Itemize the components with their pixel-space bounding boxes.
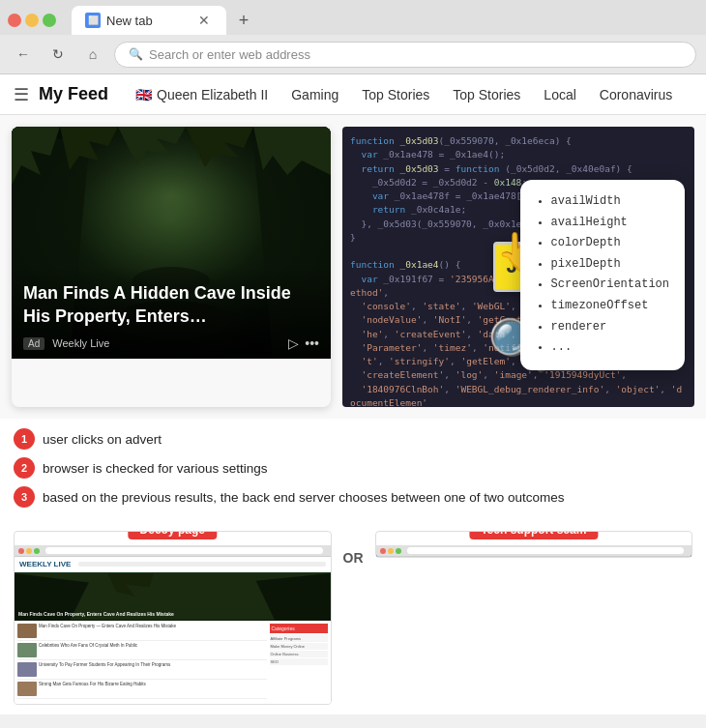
nav-item-label: Gaming: [291, 87, 338, 102]
mini-close: [18, 548, 24, 554]
new-tab-btn[interactable]: +: [230, 7, 257, 34]
mini-max: [34, 548, 40, 554]
main-content: Man Finds A Hidden Cave Inside His Prope…: [0, 115, 706, 714]
popup-item: renderer: [551, 317, 669, 338]
decoy-nav-bar: [78, 562, 325, 567]
tab-favicon: ⬜: [85, 13, 101, 28]
decoy-sidebar-item-1: Affiliate Programs: [270, 635, 328, 642]
step2-num: 2: [14, 457, 35, 479]
hamburger-menu-btn[interactable]: ☰: [14, 84, 29, 105]
nav-item-topstories[interactable]: Top Stories: [441, 74, 532, 115]
decoy-screenshot: WEEKLY LIVE Man Finds Cave On Property, …: [15, 545, 331, 704]
decoy-item-img-4: [17, 682, 37, 696]
mini-url-bar: [45, 547, 323, 554]
ad-overlay: Man Finds A Hidden Cave Inside His Prope…: [12, 267, 331, 359]
decoy-sidebar-item-2: Make Money Online: [270, 643, 328, 650]
tab-title: New tab: [106, 14, 153, 28]
scam-mini-close: [380, 548, 386, 554]
nav-item-label: Top Stories: [453, 87, 520, 102]
popup-item: timezoneOffset: [551, 296, 669, 317]
url-text: Search or enter web address: [149, 47, 310, 62]
decoy-sidebar-box-1: Categories: [270, 624, 328, 633]
popup-item: ...: [551, 337, 669, 359]
back-btn[interactable]: ←: [10, 41, 37, 68]
step2-text: browser is checked for various settings: [43, 461, 268, 476]
nav-brand: My Feed: [39, 84, 108, 104]
mini-browser-bar: [15, 545, 331, 557]
decoy-item-img-3: [17, 662, 37, 677]
decoy-label: Decoy page: [129, 531, 217, 539]
scam-mini-max: [396, 548, 401, 554]
nav-item-sports[interactable]: Top Stories: [350, 74, 441, 115]
decoy-outcome-card: Decoy page WEEKLY LIVE: [14, 531, 332, 705]
nav-item-label: Coronavirus: [600, 87, 672, 102]
code-panel: function _0x5d03(_0x559070, _0x1e6eca) {…: [342, 127, 694, 407]
ad-badge: Ad: [23, 337, 44, 350]
ad-actions: ▷ •••: [288, 335, 319, 351]
outcomes-section: Decoy page WEEKLY LIVE: [0, 521, 706, 714]
nav-item-label: Local: [544, 87, 575, 102]
ad-footer: Ad Weekly Live ▷ •••: [23, 335, 319, 351]
decoy-content: Man Finds Cave On Property — Enters Cave…: [15, 621, 331, 704]
scam-mini-browser-bar: [376, 545, 692, 557]
decoy-item-2: Celebrities Who Are Fans Of Crystal Meth…: [17, 643, 267, 660]
top-section: Man Finds A Hidden Cave Inside His Prope…: [0, 115, 706, 419]
decoy-content-left: Man Finds Cave On Property — Enters Cave…: [17, 624, 267, 701]
browser-tab-active[interactable]: ⬜ New tab ✕: [72, 6, 226, 35]
nav-item-label: Queen Elizabeth II: [157, 87, 268, 102]
scam-mini-url-bar: [407, 547, 685, 554]
decoy-sidebar-item-4: SEO: [270, 658, 328, 665]
scam-screenshot: Windows Defender Security Center 🛡 Acces…: [376, 545, 692, 557]
decoy-sidebar: Categories Affiliate Programs Make Money…: [270, 624, 328, 701]
step1-text: user clicks on advert: [43, 432, 162, 447]
search-icon: 🔍: [129, 47, 143, 61]
decoy-item-1: Man Finds Cave On Property — Enters Cave…: [17, 624, 267, 641]
more-btn[interactable]: •••: [305, 335, 319, 351]
nav-item-queen[interactable]: 🇬🇧 Queen Elizabeth II: [124, 74, 279, 115]
close-window-btn[interactable]: [8, 14, 21, 27]
decoy-item-text-1: Man Finds Cave On Property — Enters Cave…: [39, 624, 176, 638]
ad-headline: Man Finds A Hidden Cave Inside His Prope…: [23, 282, 319, 328]
decoy-item-img-2: [17, 643, 37, 657]
maximize-window-btn[interactable]: [43, 14, 56, 27]
popup-item: availHeight: [551, 213, 669, 234]
nav-item-local[interactable]: Local: [532, 74, 587, 115]
decoy-item-3: University To Pay Former Students For Ap…: [17, 662, 267, 680]
popup-item: ScreenOrientation: [551, 275, 669, 296]
browser-chrome: ⬜ New tab ✕ + ← ↻ ⌂ 🔍 Search or enter we…: [0, 0, 706, 74]
scam-wrapper: Tech support scam: [376, 532, 692, 557]
nav-item-label: Top Stories: [362, 87, 429, 102]
step1-row: 1 user clicks on advert: [14, 428, 692, 450]
ad-source: Weekly Live: [52, 337, 109, 349]
step1-num: 1: [14, 428, 35, 450]
step3-text: based on the previous results, the back …: [43, 490, 565, 505]
decoy-item-text-4: Strong Man Gets Famous For His Bizarre E…: [39, 682, 146, 696]
tab-close-btn[interactable]: ✕: [195, 12, 213, 29]
decoy-item-4: Strong Man Gets Famous For His Bizarre E…: [17, 682, 267, 699]
ad-card[interactable]: Man Finds A Hidden Cave Inside His Prope…: [12, 127, 331, 407]
decoy-sidebar-item-3: Online Business: [270, 651, 328, 657]
url-bar[interactable]: 🔍 Search or enter web address: [114, 42, 696, 68]
nav-bar: ☰ My Feed 🇬🇧 Queen Elizabeth II Gaming T…: [0, 74, 706, 115]
home-btn[interactable]: ⌂: [79, 41, 106, 68]
decoy-mini-header: WEEKLY LIVE: [15, 557, 331, 572]
decoy-logo: WEEKLY LIVE: [19, 560, 71, 568]
nav-items: 🇬🇧 Queen Elizabeth II Gaming Top Stories…: [124, 74, 692, 115]
reload-btn[interactable]: ↻: [44, 41, 72, 68]
or-divider: OR: [343, 531, 364, 566]
decoy-item-text-3: University To Pay Former Students For Ap…: [39, 662, 170, 677]
nav-item-coronavirus[interactable]: Coronavirus: [588, 74, 684, 115]
nav-item-gaming[interactable]: Gaming: [279, 74, 350, 115]
steps-section: 1 user clicks on advert 2 browser is che…: [0, 419, 706, 521]
step2-row: 2 browser is checked for various setting…: [14, 457, 692, 479]
popup-item: colorDepth: [551, 233, 669, 254]
decoy-hero-img: Man Finds Cave On Property, Enters Cave …: [15, 572, 331, 621]
scam-outcome-card: Tech support scam: [375, 531, 693, 558]
code-popup: availWidth availHeight colorDepth pixelD…: [520, 180, 685, 370]
minimize-window-btn[interactable]: [25, 14, 39, 27]
ad-image: Man Finds A Hidden Cave Inside His Prope…: [12, 127, 331, 359]
step3-num: 3: [14, 486, 35, 508]
decoy-hero-text: Man Finds Cave On Property, Enters Cave …: [18, 611, 174, 618]
popup-item: availWidth: [551, 191, 669, 213]
play-btn[interactable]: ▷: [288, 335, 299, 351]
